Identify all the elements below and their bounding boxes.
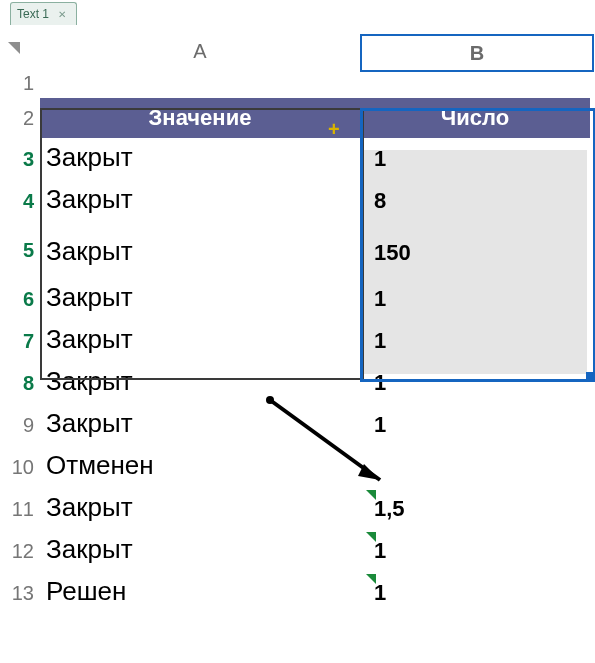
cell-a9[interactable]: Закрыт	[40, 410, 360, 436]
cell-a3[interactable]: Закрыт	[40, 144, 360, 170]
cell-b5[interactable]: 150	[360, 242, 590, 264]
row-header-9[interactable]: 9	[0, 404, 40, 446]
svg-marker-1	[358, 464, 380, 480]
trace-error-icon[interactable]: +	[328, 118, 340, 141]
cell-a5[interactable]: Закрыт	[40, 238, 360, 264]
column-headers: A B	[0, 34, 595, 68]
cell-a7[interactable]: Закрыт	[40, 326, 360, 352]
row-header-3[interactable]: 3	[0, 138, 40, 180]
cell-b7[interactable]: 1	[360, 330, 590, 352]
annotation-arrow-icon	[260, 390, 420, 500]
cell-a10[interactable]: Отменен	[40, 452, 360, 478]
row-header-7[interactable]: 7	[0, 320, 40, 362]
error-indicator-icon[interactable]	[366, 490, 376, 500]
row-header-13[interactable]: 13	[0, 572, 40, 614]
cell-a6[interactable]: Закрыт	[40, 284, 360, 310]
row-header-10[interactable]: 10	[0, 446, 40, 488]
cell-a8[interactable]: Закрыт	[40, 368, 360, 394]
cell-b9[interactable]: 1	[360, 414, 590, 436]
svg-point-2	[266, 396, 274, 404]
close-icon[interactable]: ✕	[58, 9, 66, 20]
cell-a12[interactable]: Закрыт	[40, 536, 360, 562]
fill-handle[interactable]	[586, 372, 594, 380]
row-header-2[interactable]: 2	[0, 98, 40, 138]
cell-b11[interactable]: 1,5	[360, 498, 590, 520]
row-header-5[interactable]: 5	[0, 222, 40, 278]
row-header-4[interactable]: 4	[0, 180, 40, 222]
cell-b8[interactable]: 1	[360, 372, 590, 394]
row-header-6[interactable]: 6	[0, 278, 40, 320]
sheet-tab[interactable]: Text 1 ✕	[10, 2, 77, 25]
column-header-a[interactable]: A	[40, 34, 360, 68]
row-header-12[interactable]: 12	[0, 530, 40, 572]
row-header-8[interactable]: 8	[0, 362, 40, 404]
cell-a4[interactable]: Закрыт	[40, 186, 360, 212]
cell-b13[interactable]: 1	[360, 582, 590, 604]
cell-b12[interactable]: 1	[360, 540, 590, 562]
error-indicator-icon[interactable]	[366, 574, 376, 584]
cell-a13[interactable]: Решен	[40, 578, 360, 604]
table-header-number[interactable]: Число	[360, 98, 590, 138]
row-header-11[interactable]: 11	[0, 488, 40, 530]
row-header-1[interactable]: 1	[0, 68, 40, 98]
cell-b4[interactable]: 8	[360, 190, 590, 212]
cell-b6[interactable]: 1	[360, 288, 590, 310]
cell-a11[interactable]: Закрыт	[40, 494, 360, 520]
error-indicator-icon[interactable]	[366, 532, 376, 542]
table-header-value[interactable]: Значение	[40, 98, 360, 138]
column-header-b[interactable]: B	[360, 34, 594, 72]
cell-b3[interactable]: 1	[360, 148, 590, 170]
sheet-tab-label: Text 1	[17, 7, 49, 21]
